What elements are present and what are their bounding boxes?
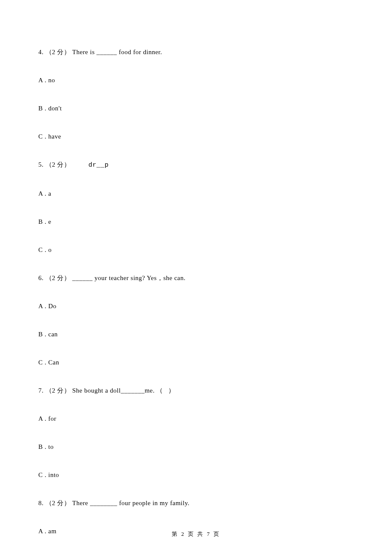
q7-text: She bought a doll_______me. （ ） — [72, 387, 176, 394]
q7-num: 7. — [38, 387, 43, 394]
q7-option-b: B . to — [38, 442, 354, 452]
q5-num: 5. — [38, 161, 43, 168]
page-footer: 第 2 页 共 7 页 — [0, 530, 392, 538]
q5-text: dr__p — [72, 162, 109, 169]
q6-pts: （2 分） — [46, 275, 71, 281]
q6-option-b: B . can — [38, 329, 354, 339]
q4-pts: （2 分） — [46, 49, 71, 55]
q5-option-a: A . a — [38, 188, 354, 199]
question-4: 4. （2 分） There is ______ food for dinner… — [38, 47, 354, 57]
page: 4. （2 分） There is ______ food for dinner… — [0, 0, 392, 555]
q4-option-c: C . have — [38, 131, 354, 142]
q8-pts: （2 分） — [46, 500, 71, 506]
q4-option-a: A . no — [38, 75, 354, 85]
q5-pts: （2 分） — [46, 161, 71, 168]
q7-pts: （2 分） — [46, 387, 71, 394]
question-8: 8. （2 分） There ________ four people in m… — [38, 498, 354, 508]
q8-text: There ________ four people in my family. — [72, 500, 190, 506]
q4-option-b: B . don't — [38, 103, 354, 113]
q8-num: 8. — [38, 500, 43, 506]
q6-option-a: A . Do — [38, 301, 354, 311]
question-5: 5. （2 分） dr__p — [38, 159, 354, 171]
q5-option-b: B . e — [38, 217, 354, 227]
q6-num: 6. — [38, 275, 43, 281]
q5-option-c: C . o — [38, 245, 354, 255]
q4-text: There is ______ food for dinner. — [72, 49, 162, 55]
q6-text: ______ your teacher sing? Yes，she can. — [72, 275, 186, 281]
q7-option-a: A . for — [38, 413, 354, 424]
question-6: 6. （2 分） ______ your teacher sing? Yes，s… — [38, 273, 354, 283]
q4-num: 4. — [38, 49, 43, 55]
question-7: 7. （2 分） She bought a doll_______me. （ ） — [38, 385, 354, 396]
q7-option-c: C . into — [38, 470, 354, 480]
q6-option-c: C . Can — [38, 357, 354, 367]
